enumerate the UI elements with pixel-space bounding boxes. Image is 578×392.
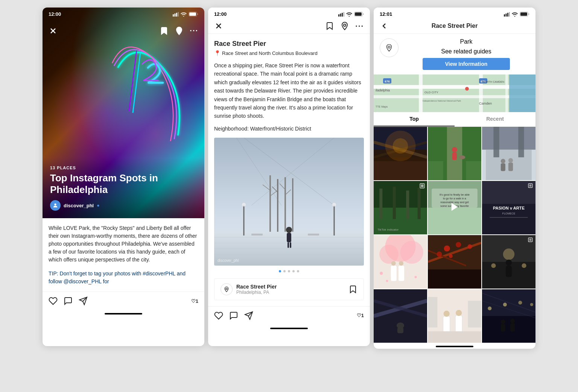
photo-cell-10[interactable] [374,289,427,343]
svg-point-47 [242,203,246,207]
neon-art [110,30,193,143]
svg-point-172 [518,301,522,304]
footer-place-city: Philadelphia, PA [236,290,277,295]
bookmark-icon[interactable] [160,26,169,35]
photo-10 [374,289,427,343]
location-tag-icon[interactable] [175,26,184,35]
top-right-icons: ··· [160,26,198,35]
place-category: Park [460,38,473,45]
svg-rect-101 [508,163,513,171]
footer-place-name: Race Street Pier [236,284,277,290]
photo-cell-3[interactable] [482,127,535,180]
svg-text:Independence National Historic: Independence National Historical Park [423,100,461,102]
svg-point-171 [503,303,507,307]
footer-place-info: Race Street Pier Philadelphia, PA [236,284,277,295]
action-icons-s1 [49,296,88,305]
svg-point-9 [54,204,56,205]
close-icon[interactable] [49,26,58,35]
svg-point-98 [501,159,505,163]
svg-rect-14 [342,13,343,17]
comment-icon-s2[interactable] [229,311,238,320]
place-footer-card: Race Street Pier Philadelphia, PA [214,278,364,300]
share-icon-s2[interactable] [244,311,253,320]
location-icon-s2[interactable] [340,21,349,30]
dot-3 [288,270,290,272]
more-icon-s2[interactable]: ··· [355,22,364,30]
photo-cell-8[interactable] [428,235,481,289]
action-bar-s1: ♡1 [43,292,204,310]
see-related-guides[interactable]: See related guides [441,48,491,55]
photo-cell-5[interactable]: It's good to finally be able to go for a… [428,181,481,234]
place-footer-left: Race Street Pier Philadelphia, PA [221,283,277,295]
screen1: 12:00 [43,8,204,346]
photo-cell-9[interactable] [482,235,535,289]
photo-cell-7[interactable] [374,235,427,289]
places-count: 13 PLACES [50,166,197,170]
svg-rect-166 [468,301,482,327]
cover-author: discover_phl ● [50,200,197,211]
svg-rect-152 [506,266,512,277]
wifi-icon-s3 [512,12,518,17]
photo-9 [482,235,535,289]
bookmark-icon-s2[interactable] [325,21,334,30]
status-bar-s3: 12:01 [374,8,535,18]
status-icons-s3 [504,12,529,17]
svg-text:FLOMECE: FLOMECE [502,212,516,215]
svg-text:TTE Maps: TTE Maps [376,105,388,108]
screens-container: 12:00 [43,8,535,349]
comment-icon[interactable] [64,296,73,305]
svg-rect-123 [490,217,528,217]
photo-cell-4[interactable]: TikTok indicator [374,181,427,234]
svg-point-150 [522,263,526,268]
view-information-button[interactable]: View Information [423,58,510,70]
map-location-info: Park See related guides View Information [374,34,535,74]
svg-text:PASION v ARTE: PASION v ARTE [493,206,525,210]
like-icon[interactable] [49,296,58,305]
pier-photo: discover_phl [214,138,364,266]
play-button[interactable] [449,202,460,214]
screen2-header: ··· [208,18,370,34]
svg-rect-91 [428,161,443,180]
dot-1 [279,270,281,272]
dot-indicators [214,270,364,272]
neighborhood: Neighborhood: Waterfront/Historic Distri… [214,126,364,132]
share-icon[interactable] [79,296,88,305]
svg-point-49 [332,203,336,207]
map-view[interactable]: 676 676 iladelphia OLD CITY NORTH CAMDEN… [374,74,535,112]
svg-rect-130 [391,266,397,281]
back-icon[interactable] [380,21,389,30]
like-count-s1: ♡1 [191,298,198,304]
svg-point-135 [415,276,417,278]
signal-icon-s3 [504,12,510,17]
close-icon-s2[interactable] [214,21,223,30]
photo-cell-1[interactable] [374,127,427,180]
tab-top[interactable]: Top [374,112,455,126]
tip-hashtag[interactable]: #discoverPHL [143,270,175,277]
svg-point-142 [467,244,472,249]
photo-cell-6[interactable]: PASION v ARTE FLOMECE [482,181,535,234]
svg-point-144 [449,254,453,258]
location-pin: 📍 [214,50,221,56]
photo-cell-2[interactable] [428,127,481,180]
bookmark-footer-icon[interactable] [348,285,357,294]
svg-point-162 [444,311,450,317]
svg-rect-64 [419,74,423,112]
screen3-header: Race Street Pier [374,18,535,34]
screen2: 12:00 [208,8,370,346]
more-icon[interactable]: ··· [190,26,198,35]
photos-grid: TikTok indicator It's good to finally be… [374,127,535,343]
svg-rect-110 [421,185,424,187]
screen2-content: Race Street Pier 📍 Race Street and North… [208,34,370,306]
svg-rect-43 [287,233,291,242]
photo-cell-12[interactable] [482,289,535,343]
like-icon-s2[interactable] [214,311,223,320]
svg-rect-94 [482,127,535,150]
tab-recent[interactable]: Recent [455,112,535,126]
svg-text:discover_phl: discover_phl [218,258,239,263]
svg-rect-89 [452,152,457,160]
action-icons-s2 [214,311,253,320]
dot-4 [292,270,295,272]
svg-point-140 [444,245,450,251]
multi-photo-icon-9 [528,237,533,243]
photo-cell-11[interactable] [428,289,481,343]
